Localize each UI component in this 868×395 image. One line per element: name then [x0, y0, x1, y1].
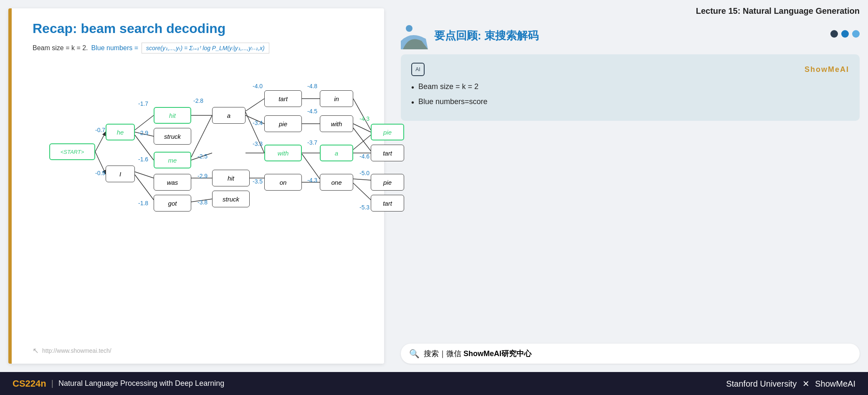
score-37: -3.7 [307, 139, 317, 146]
svg-line-22 [353, 99, 371, 130]
node-in: in [320, 90, 353, 107]
svg-point-29 [406, 25, 412, 32]
stanford-showmeai: Stanford University ✕ ShowMeAI [726, 379, 855, 389]
node-tart-final2: tart [371, 195, 404, 212]
cursor-icon: ↖ [33, 346, 39, 355]
lecture-title: Lecture 15: Natural Language Generation [401, 4, 860, 16]
score-29a: -2.9 [138, 130, 148, 136]
score-50: -5.0 [359, 170, 369, 176]
svg-line-23 [353, 124, 371, 132]
score-33: -3.3 [253, 140, 263, 147]
node-tart-final1: tart [371, 145, 404, 161]
node-got: got [154, 195, 191, 212]
svg-line-6 [135, 175, 154, 200]
content-card: AI ShowMeAI Beam size = k = 2 Blue numbe… [401, 54, 860, 121]
slide-area: Recap: beam search decoding Beam size = … [8, 8, 384, 364]
node-a: a [212, 107, 245, 124]
svg-line-9 [191, 115, 212, 157]
bullet-item-2: Blue numbers=score [411, 97, 849, 107]
formula: score(y₁,...,yₜ) = Σᵢ₌₁ᵗ log P_LM(yᵢ|y₁,… [142, 43, 269, 54]
score-16: -1.6 [138, 156, 148, 163]
score-18: -1.8 [138, 200, 148, 206]
node-hit2: hit [212, 170, 250, 186]
score-29b: -2.9 [197, 173, 208, 179]
svg-line-24 [353, 128, 371, 151]
separator: | [51, 379, 53, 388]
dots-row [830, 30, 860, 38]
score-48: -4.8 [307, 83, 317, 89]
node-pie-final: pie [371, 124, 404, 140]
dot-dark [830, 30, 838, 38]
node-pie-final2: pie [371, 174, 404, 191]
node-tart1: tart [264, 90, 302, 107]
svg-line-0 [95, 132, 106, 152]
svg-line-5 [135, 172, 154, 178]
node-one: one [320, 174, 353, 191]
blue-label: Blue numbers = [91, 44, 139, 52]
right-panel: Lecture 15: Natural Language Generation … [392, 0, 868, 372]
ai-icon: AI [411, 63, 425, 76]
beam-text: Beam size = k = 2. [33, 44, 88, 52]
score-28: -2.8 [193, 97, 203, 104]
node-was: was [154, 174, 191, 191]
node-pie1: pie [264, 115, 302, 132]
node-struck2: struck [212, 191, 250, 207]
x-symbol: ✕ [802, 379, 810, 388]
bullet-list: Beam size = k = 2 Blue numbers=score [411, 82, 849, 107]
course-name: Natural Language Processing with Deep Le… [58, 379, 224, 388]
node-with2: with [320, 115, 353, 132]
search-bar[interactable]: 🔍 搜索｜微信 ShowMeAI研究中心 [401, 344, 860, 364]
panel-icon [401, 22, 428, 49]
search-icon: 🔍 [409, 349, 420, 359]
score-09: -0.9 [95, 170, 105, 176]
dot-light-blue [852, 30, 860, 38]
node-start: <START> [49, 143, 95, 160]
svg-line-27 [353, 179, 371, 180]
node-struck1: struck [154, 128, 191, 145]
score-38: -3.8 [197, 199, 208, 206]
node-a2: a [320, 145, 353, 161]
node-hit1: hit [154, 107, 191, 124]
bottom-brand: ShowMeAI [815, 379, 855, 388]
score-53: -5.3 [359, 204, 369, 211]
course-info: CS224n | Natural Language Processing wit… [13, 378, 224, 389]
svg-line-28 [353, 183, 371, 200]
svg-line-25 [353, 135, 371, 150]
bullet-item-1: Beam size = k = 2 [411, 82, 849, 92]
score-45: -4.5 [307, 108, 317, 115]
university-name: Stanford University [726, 379, 797, 388]
score-35: -3.5 [253, 178, 263, 185]
search-label: 搜索｜微信 ShowMeAI研究中心 [424, 349, 531, 359]
footer-url: ↖ http://www.showmeai.tech/ [33, 346, 111, 355]
score-43a: -4.3 [307, 177, 317, 183]
slide-title: Recap: beam search decoding [33, 21, 372, 36]
node-me: me [154, 152, 191, 168]
score-07: -0.7 [95, 127, 105, 133]
panel-title-zh: 要点回顾: 束搜索解码 [434, 28, 539, 43]
score-43b: -4.3 [359, 115, 369, 122]
beam-info: Beam size = k = 2. Blue numbers = score(… [33, 43, 372, 54]
card-header: AI ShowMeAI [411, 63, 849, 76]
bottom-bar: CS224n | Natural Language Processing wit… [0, 372, 868, 395]
beam-search-diagram: <START> he I hit struck me [33, 62, 367, 262]
course-code: CS224n [13, 378, 46, 389]
diagram-arrows [33, 62, 367, 262]
node-on: on [264, 174, 302, 191]
score-25: -2.5 [197, 153, 208, 160]
svg-line-21 [302, 154, 320, 179]
showmeai-brand: ShowMeAI [805, 65, 849, 74]
score-46: -4.6 [359, 153, 369, 160]
svg-line-12 [245, 99, 264, 111]
score-40: -4.0 [253, 83, 263, 89]
score-17: -1.7 [138, 100, 148, 107]
node-I: I [106, 166, 135, 182]
node-he: he [106, 124, 135, 140]
node-with: with [264, 145, 302, 161]
svg-line-2 [135, 115, 154, 130]
score-34: -3.4 [253, 120, 263, 126]
dot-teal [841, 30, 849, 38]
url-text: http://www.showmeai.tech/ [42, 347, 111, 354]
